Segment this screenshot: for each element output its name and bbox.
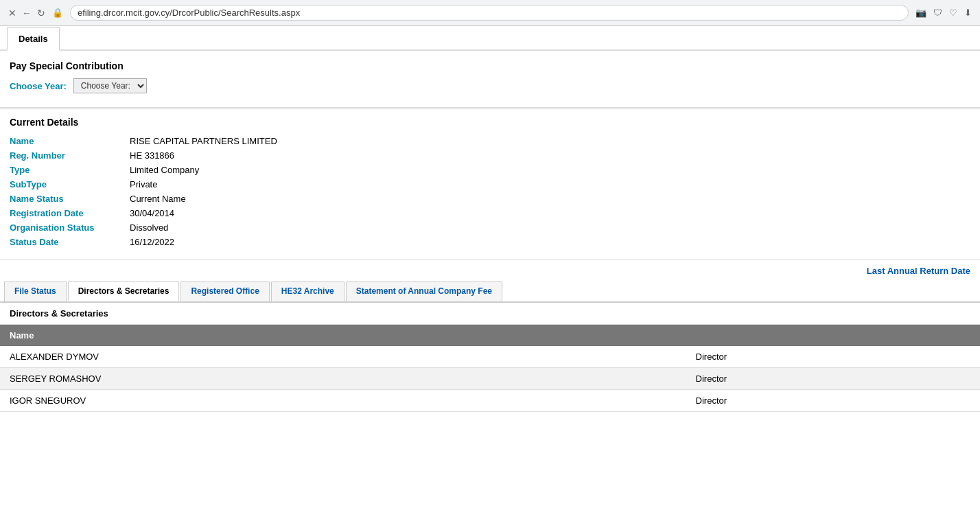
tab-statement-annual-fee[interactable]: Statement of Annual Company Fee <box>346 281 502 301</box>
heart-icon[interactable]: ♡ <box>949 8 957 18</box>
table-header-row: Name <box>0 325 980 346</box>
detail-value-organisation-status: Dissolved <box>130 222 168 233</box>
close-button[interactable]: ✕ <box>8 8 16 19</box>
detail-row-registration-date: Registration Date 30/04/2014 <box>10 208 970 218</box>
pay-special-contribution-section: Pay Special Contribution Choose Year: Ch… <box>0 51 980 108</box>
current-details-section: Current Details Name RISE CAPITAL PARTNE… <box>0 108 980 260</box>
detail-value-registration-date: 30/04/2014 <box>130 208 174 218</box>
detail-value-name-status: Current Name <box>130 194 186 204</box>
director-name: IGOR SNEGUROV <box>0 390 686 412</box>
url-bar[interactable]: efiling.drcor.mcit.gov.cy/DrcorPublic/Se… <box>70 5 909 21</box>
directors-section-title: Directors & Secretaries <box>0 303 980 325</box>
choose-year-label: Choose Year: <box>10 81 67 91</box>
column-header-role <box>686 325 980 346</box>
detail-value-subtype: Private <box>130 179 157 189</box>
pay-section-title: Pay Special Contribution <box>10 60 970 71</box>
detail-label-name: Name <box>10 136 130 146</box>
last-annual-return-label: Last Annual Return Date <box>867 266 970 276</box>
detail-row-name: Name RISE CAPITAL PARTNERS LIMITED <box>10 136 970 146</box>
browser-nav-controls[interactable]: ✕ ← ↻ <box>8 8 45 19</box>
detail-label-reg-number: Reg. Number <box>10 150 130 161</box>
detail-label-organisation-status: Organisation Status <box>10 222 130 233</box>
browser-chrome: ✕ ← ↻ 🔒 efiling.drcor.mcit.gov.cy/DrcorP… <box>0 0 980 26</box>
detail-row-name-status: Name Status Current Name <box>10 194 970 204</box>
choose-year-select[interactable]: Choose Year: <box>73 78 147 93</box>
back-button[interactable]: ← <box>22 8 32 19</box>
director-role: Director <box>686 368 980 390</box>
directors-section: Directors & Secretaries Name ALEXANDER D… <box>0 303 980 419</box>
lock-icon: 🔒 <box>52 8 63 18</box>
detail-label-registration-date: Registration Date <box>10 208 130 218</box>
shield-icon[interactable]: 🛡 <box>933 8 942 18</box>
director-name: SERGEY ROMASHOV <box>0 368 686 390</box>
page-content: Details Pay Special Contribution Choose … <box>0 26 980 419</box>
tab-he32-archive[interactable]: HE32 Archive <box>271 281 345 301</box>
download-icon[interactable]: ⬇ <box>964 8 972 18</box>
detail-row-reg-number: Reg. Number HE 331866 <box>10 150 970 161</box>
tab-file-status[interactable]: File Status <box>4 281 67 301</box>
choose-year-row: Choose Year: Choose Year: <box>10 78 970 100</box>
detail-label-subtype: SubType <box>10 179 130 189</box>
detail-value-status-date: 16/12/2022 <box>130 237 174 247</box>
last-annual-return-row: Last Annual Return Date <box>0 260 980 279</box>
directors-table: Name ALEXANDER DYMOVDirectorSERGEY ROMAS… <box>0 325 980 412</box>
detail-label-status-date: Status Date <box>10 237 130 247</box>
column-header-name: Name <box>0 325 686 346</box>
detail-value-reg-number: HE 331866 <box>130 150 174 161</box>
tab-details[interactable]: Details <box>7 27 60 51</box>
detail-value-type: Limited Company <box>130 165 199 175</box>
tab-directors-secretaries[interactable]: Directors & Secretaries <box>68 281 180 301</box>
detail-label-name-status: Name Status <box>10 194 130 204</box>
detail-value-name: RISE CAPITAL PARTNERS LIMITED <box>130 136 277 146</box>
detail-row-type: Type Limited Company <box>10 165 970 175</box>
detail-row-status-date: Status Date 16/12/2022 <box>10 237 970 247</box>
director-role: Director <box>686 346 980 368</box>
table-row: ALEXANDER DYMOVDirector <box>0 346 980 368</box>
refresh-button[interactable]: ↻ <box>37 8 45 19</box>
table-row: SERGEY ROMASHOVDirector <box>0 368 980 390</box>
section-tabs: File Status Directors & Secretaries Regi… <box>0 281 980 303</box>
tab-registered-office[interactable]: Registered Office <box>180 281 269 301</box>
detail-label-type: Type <box>10 165 130 175</box>
detail-row-subtype: SubType Private <box>10 179 970 189</box>
director-name: ALEXANDER DYMOV <box>0 346 686 368</box>
browser-action-icons: 📷 🛡 ♡ ⬇ <box>915 8 972 18</box>
top-tab-strip: Details <box>0 26 980 51</box>
current-details-title: Current Details <box>10 117 970 128</box>
detail-row-organisation-status: Organisation Status Dissolved <box>10 222 970 233</box>
director-role: Director <box>686 390 980 412</box>
table-row: IGOR SNEGUROVDirector <box>0 390 980 412</box>
camera-icon[interactable]: 📷 <box>915 8 926 18</box>
